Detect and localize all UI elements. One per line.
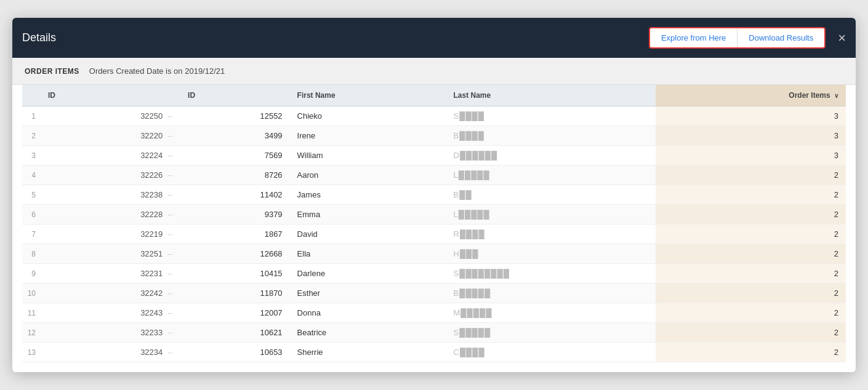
customer-id-cell: 10415	[180, 264, 290, 284]
order-id-cell: 32219 ···	[41, 225, 180, 244]
last-name-cell: L█████	[446, 205, 656, 225]
ellipsis-icon: ···	[167, 172, 173, 179]
table-container: ID ID First Name Last Name Order Items ∨…	[12, 85, 856, 372]
row-number: 10	[22, 284, 41, 303]
col-header-order-items[interactable]: Order Items ∨	[656, 85, 846, 106]
customer-id-cell: 12668	[180, 244, 290, 264]
row-number: 7	[22, 225, 41, 244]
last-name-cell: S████████	[446, 264, 656, 284]
order-items-cell: 2	[656, 165, 846, 185]
first-name-cell: Emma	[290, 205, 446, 225]
last-name-cell: R████	[446, 225, 656, 244]
customer-id-cell: 11402	[180, 185, 290, 205]
customer-id-cell: 12552	[180, 106, 290, 126]
customer-id-cell: 10621	[180, 323, 290, 343]
table-row: 432226 ···8726AaronL█████2	[22, 165, 846, 185]
first-name-cell: Aaron	[290, 165, 446, 185]
data-table: ID ID First Name Last Name Order Items ∨…	[22, 85, 846, 362]
order-items-cell: 2	[656, 225, 846, 244]
order-items-cell: 2	[656, 205, 846, 225]
ellipsis-icon: ···	[167, 250, 173, 258]
customer-id-cell: 7569	[180, 146, 290, 165]
table-row: 732219 ···1867DavidR████2	[22, 225, 846, 244]
table-row: 1132243 ···12007DonnaM█████2	[22, 303, 846, 323]
ellipsis-icon: ···	[167, 113, 173, 120]
modal-header: Details Explore from Here Download Resul…	[12, 18, 856, 58]
col-header-order-id: ID	[41, 85, 180, 106]
order-id-cell: 32220 ···	[41, 126, 180, 146]
order-id-cell: 32226 ···	[41, 165, 180, 185]
row-number: 4	[22, 165, 41, 185]
first-name-cell: Chieko	[290, 106, 446, 126]
table-row: 232220 ···3499IreneB████3	[22, 126, 846, 146]
ellipsis-icon: ···	[167, 270, 173, 277]
ellipsis-icon: ···	[167, 132, 173, 140]
order-id-cell: 32233 ···	[41, 323, 180, 343]
first-name-cell: Donna	[290, 303, 446, 323]
last-name-cell: M█████	[446, 303, 656, 323]
order-items-cell: 2	[656, 284, 846, 303]
order-id-cell: 32224 ···	[41, 146, 180, 165]
first-name-cell: Beatrice	[290, 323, 446, 343]
customer-id-cell: 1867	[180, 225, 290, 244]
order-items-cell: 3	[656, 146, 846, 165]
last-name-cell: B████	[446, 126, 656, 146]
row-number: 8	[22, 244, 41, 264]
ellipsis-icon: ···	[167, 290, 173, 297]
header-actions: Explore from Here Download Results ×	[649, 27, 846, 49]
last-name-cell: L█████	[446, 165, 656, 185]
order-id-cell: 32242 ···	[41, 284, 180, 303]
sort-icon: ∨	[834, 92, 838, 99]
modal-title: Details	[22, 31, 56, 44]
table-row: 1032242 ···11870EstherB█████2	[22, 284, 846, 303]
first-name-cell: Ella	[290, 244, 446, 264]
table-row: 1232233 ···10621BeatriceS█████2	[22, 323, 846, 343]
table-row: 132250 ···12552ChiekoS████3	[22, 106, 846, 126]
row-number: 11	[22, 303, 41, 323]
order-items-cell: 2	[656, 323, 846, 343]
row-number: 2	[22, 126, 41, 146]
explore-from-here-button[interactable]: Explore from Here	[650, 28, 737, 47]
table-row: 1332234 ···10653SherrieC████2	[22, 343, 846, 362]
customer-id-cell: 8726	[180, 165, 290, 185]
ellipsis-icon: ···	[167, 349, 173, 356]
row-number: 12	[22, 323, 41, 343]
ellipsis-icon: ···	[167, 231, 173, 238]
row-number: 13	[22, 343, 41, 362]
row-number: 1	[22, 106, 41, 126]
first-name-cell: James	[290, 185, 446, 205]
order-items-cell: 2	[656, 264, 846, 284]
row-number: 6	[22, 205, 41, 225]
order-id-cell: 32243 ···	[41, 303, 180, 323]
row-num-header	[22, 85, 41, 106]
close-button[interactable]: ×	[838, 31, 846, 45]
ellipsis-icon: ···	[167, 211, 173, 218]
order-items-cell: 3	[656, 106, 846, 126]
table-row: 532238 ···11402JamesB██2	[22, 185, 846, 205]
modal-subheader: ORDER ITEMS Orders Created Date is on 20…	[12, 58, 856, 85]
col-header-customer-id: ID	[180, 85, 290, 106]
first-name-cell: Irene	[290, 126, 446, 146]
first-name-cell: Sherrie	[290, 343, 446, 362]
last-name-cell: H███	[446, 244, 656, 264]
order-id-cell: 32228 ···	[41, 205, 180, 225]
ellipsis-icon: ···	[167, 309, 173, 317]
row-number: 5	[22, 185, 41, 205]
last-name-cell: C████	[446, 343, 656, 362]
ellipsis-icon: ···	[167, 152, 173, 159]
customer-id-cell: 12007	[180, 303, 290, 323]
ellipsis-icon: ···	[167, 329, 173, 336]
order-items-cell: 3	[656, 126, 846, 146]
last-name-cell: D██████	[446, 146, 656, 165]
table-row: 932231 ···10415DarleneS████████2	[22, 264, 846, 284]
col-header-last-name: Last Name	[446, 85, 656, 106]
last-name-cell: B█████	[446, 284, 656, 303]
download-results-button[interactable]: Download Results	[737, 28, 824, 47]
col-header-first-name: First Name	[290, 85, 446, 106]
order-id-cell: 32251 ···	[41, 244, 180, 264]
ellipsis-icon: ···	[167, 191, 173, 199]
table-row: 632228 ···9379EmmaL█████2	[22, 205, 846, 225]
details-modal: Details Explore from Here Download Resul…	[12, 18, 856, 372]
first-name-cell: Esther	[290, 284, 446, 303]
header-buttons-group: Explore from Here Download Results	[649, 27, 826, 49]
